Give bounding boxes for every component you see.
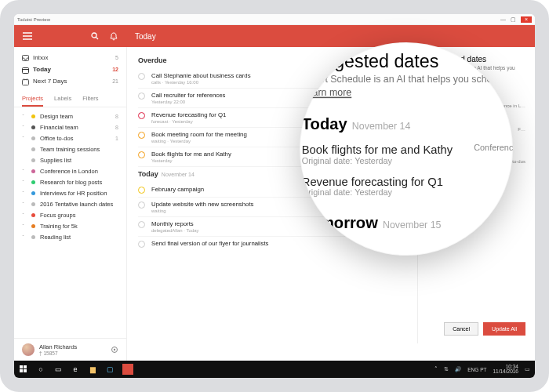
- tab-labels[interactable]: Labels: [54, 95, 71, 107]
- task-checkbox[interactable]: [138, 187, 145, 194]
- user-name: Allan Richards: [39, 343, 77, 350]
- disclosure-icon: ˅: [22, 169, 27, 174]
- sidebar-item-label: Inbox: [33, 54, 49, 61]
- user-footer[interactable]: Allan Richards † 15857: [14, 338, 126, 361]
- svg-rect-8: [20, 365, 23, 368]
- project-color-dot: [31, 180, 35, 184]
- project-item[interactable]: ˅Focus groups: [22, 209, 118, 220]
- project-label: Conference in London: [40, 168, 98, 175]
- project-item[interactable]: ˅2016 Tentative launch dates: [22, 198, 118, 209]
- tray-clock[interactable]: 10:34 11/14/2016: [493, 365, 518, 375]
- project-item[interactable]: ˅Financial team8: [22, 122, 118, 132]
- task-checkbox[interactable]: [138, 73, 145, 80]
- project-color-dot: [31, 147, 35, 151]
- project-item[interactable]: ˅Interviews for HR position: [22, 187, 118, 198]
- start-button[interactable]: [19, 365, 28, 374]
- project-label: Research for blog posts: [40, 179, 102, 186]
- edge-icon[interactable]: e: [71, 365, 80, 374]
- project-item[interactable]: ˅Design team8: [22, 111, 118, 122]
- project-item[interactable]: Supplies list: [22, 154, 118, 165]
- task-checkbox[interactable]: [138, 201, 145, 209]
- disclosure-icon: ˅: [22, 234, 27, 240]
- project-label: Team training sessions: [40, 146, 100, 153]
- tab-projects[interactable]: Projects: [22, 95, 43, 107]
- cancel-button[interactable]: Cancel: [444, 322, 478, 336]
- task-checkbox[interactable]: [138, 241, 145, 248]
- action-center-icon[interactable]: ▭: [525, 366, 530, 372]
- settings-icon[interactable]: [111, 346, 118, 354]
- zoom-lens: Suggested dates Smart Schedule is an AI …: [300, 42, 513, 256]
- project-item[interactable]: ˄Office to-dos1: [22, 132, 118, 143]
- tab-filters[interactable]: Filters: [82, 95, 98, 107]
- project-label: Interviews for HR position: [40, 190, 107, 197]
- tray-chevron-icon[interactable]: ˄: [434, 366, 438, 372]
- project-color-dot: [31, 136, 35, 140]
- avatar: [22, 343, 35, 356]
- window-close[interactable]: ×: [521, 16, 532, 23]
- sidebar-inbox[interactable]: Inbox 5: [22, 52, 118, 64]
- disclosure-icon: ˅: [22, 114, 27, 119]
- window-minimize[interactable]: —: [500, 16, 506, 23]
- sidebar-item-count: 12: [112, 67, 118, 72]
- project-label: Training for 5k: [40, 223, 78, 230]
- svg-rect-9: [24, 365, 27, 368]
- windows-taskbar: ○ ▭ e ▆ ▢ ˄ ⇅ 🔊 ENG PT 10:34 11/14/2016 …: [14, 361, 535, 378]
- project-label: Supplies list: [40, 157, 71, 164]
- svg-line-1: [96, 37, 99, 39]
- window-titlebar: Todoist Preview — ▢ ×: [14, 14, 535, 25]
- project-label: Office to-dos: [40, 135, 73, 142]
- disclosure-icon: ˄: [22, 136, 27, 141]
- sidebar-today[interactable]: Today 12: [22, 64, 118, 75]
- task-checkbox[interactable]: [138, 221, 145, 228]
- explorer-icon[interactable]: ▆: [88, 365, 97, 374]
- hamburger-icon: [23, 32, 32, 40]
- project-color-dot: [31, 125, 35, 129]
- menu-button[interactable]: [14, 32, 41, 40]
- project-count: 1: [115, 136, 118, 141]
- project-color-dot: [31, 114, 35, 118]
- svg-point-0: [92, 33, 96, 38]
- lens-item[interactable]: Book flights for me and Kathy Original d…: [302, 143, 513, 165]
- task-checkbox[interactable]: [138, 112, 145, 119]
- cortana-icon[interactable]: ○: [36, 365, 45, 374]
- search-icon[interactable]: [91, 32, 99, 41]
- project-label: Reading list: [40, 234, 71, 241]
- task-checkbox[interactable]: [138, 151, 145, 158]
- calendar-icon: [22, 67, 28, 73]
- app-header: Today: [14, 25, 535, 47]
- project-item[interactable]: ˅Conference in London: [22, 165, 118, 176]
- svg-rect-11: [24, 369, 27, 372]
- store-icon[interactable]: ▢: [105, 365, 115, 374]
- project-label: Design team: [40, 113, 73, 120]
- task-checkbox[interactable]: [138, 93, 145, 100]
- update-all-button[interactable]: Update All: [483, 322, 525, 336]
- task-checkbox[interactable]: [138, 132, 145, 139]
- project-item[interactable]: ˅Research for blog posts: [22, 176, 118, 187]
- tray-lang[interactable]: ENG PT: [467, 367, 486, 372]
- window-maximize[interactable]: ▢: [511, 16, 516, 23]
- notifications-icon[interactable]: [110, 32, 118, 41]
- project-color-dot: [31, 169, 35, 173]
- project-color-dot: [31, 235, 35, 239]
- project-item[interactable]: ˅Training for 5k: [22, 220, 118, 231]
- project-label: Financial team: [40, 124, 78, 131]
- disclosure-icon: ˅: [22, 125, 27, 130]
- taskview-icon[interactable]: ▭: [53, 365, 63, 374]
- sidebar-item-count: 5: [115, 55, 118, 60]
- todoist-taskbar-icon[interactable]: [122, 364, 133, 375]
- sidebar-next7[interactable]: Next 7 Days 21: [22, 75, 118, 87]
- project-count: 8: [115, 114, 118, 119]
- project-label: Focus groups: [40, 212, 75, 219]
- tray-network-icon[interactable]: ⇅: [444, 366, 449, 372]
- svg-rect-10: [20, 369, 23, 372]
- disclosure-icon: ˅: [22, 212, 27, 218]
- app-title: Todoist Preview: [17, 17, 50, 22]
- project-item[interactable]: Team training sessions: [22, 143, 118, 154]
- project-color-dot: [31, 213, 35, 217]
- lens-item[interactable]: Revenue forecasting for Q1 Original date…: [302, 175, 513, 197]
- tray-volume-icon[interactable]: 🔊: [455, 366, 461, 372]
- sidebar: Inbox 5 Today 12 Next 7 Days 21: [14, 47, 127, 361]
- project-item[interactable]: ˅Reading list: [22, 231, 118, 242]
- week-icon: [22, 78, 28, 85]
- disclosure-icon: ˅: [22, 191, 27, 196]
